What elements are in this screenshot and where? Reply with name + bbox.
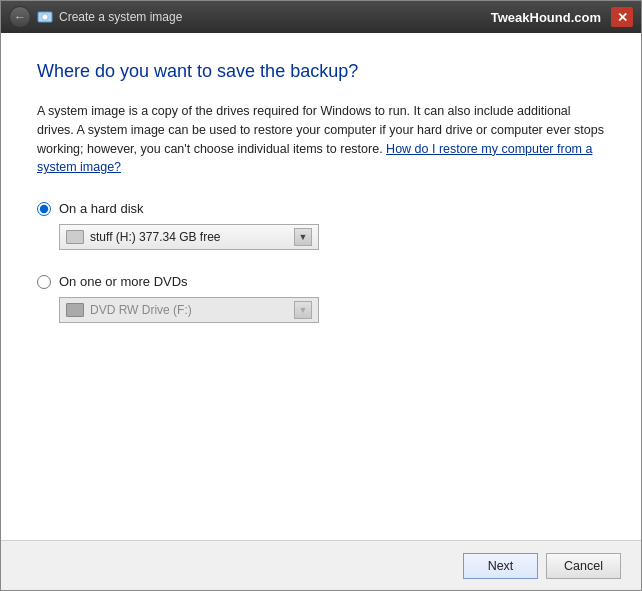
hard-disk-dropdown-arrow[interactable]: ▼: [294, 228, 312, 246]
back-button[interactable]: ←: [9, 6, 31, 28]
hard-disk-dropdown-text: stuff (H:) 377.34 GB free: [90, 230, 288, 244]
next-button[interactable]: Next: [463, 553, 538, 579]
dvd-radio[interactable]: [37, 275, 51, 289]
dvd-icon: [66, 303, 84, 317]
hard-disk-radio[interactable]: [37, 202, 51, 216]
cancel-button[interactable]: Cancel: [546, 553, 621, 579]
window-title: Create a system image: [59, 10, 182, 24]
hard-disk-dropdown[interactable]: stuff (H:) 377.34 GB free ▼: [59, 224, 319, 250]
page-title: Where do you want to save the backup?: [37, 61, 605, 82]
dvd-label[interactable]: On one or more DVDs: [59, 274, 188, 289]
content-area: Where do you want to save the backup? A …: [1, 33, 641, 540]
dvd-dropdown-arrow[interactable]: ▼: [294, 301, 312, 319]
option-hard-disk: On a hard disk: [37, 201, 605, 216]
svg-point-1: [42, 14, 48, 20]
description-text: A system image is a copy of the drives r…: [37, 102, 605, 177]
dvd-dropdown-text: DVD RW Drive (F:): [90, 303, 288, 317]
options-area: On a hard disk stuff (H:) 377.34 GB free…: [37, 201, 605, 520]
hard-disk-label[interactable]: On a hard disk: [59, 201, 144, 216]
main-window: ← Create a system image TweakHound.com ✕…: [0, 0, 642, 591]
dvd-dropdown[interactable]: DVD RW Drive (F:) ▼: [59, 297, 319, 323]
hard-disk-icon: [66, 230, 84, 244]
watermark-text: TweakHound.com: [491, 10, 601, 25]
window-icon: [37, 9, 53, 25]
title-bar: ← Create a system image TweakHound.com ✕: [1, 1, 641, 33]
footer: Next Cancel: [1, 540, 641, 590]
option-dvd: On one or more DVDs: [37, 274, 605, 289]
close-button[interactable]: ✕: [611, 7, 633, 27]
